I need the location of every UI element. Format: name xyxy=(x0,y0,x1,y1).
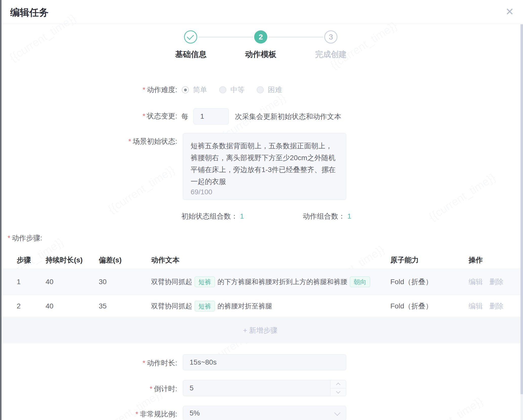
state-change-prefix: 每 xyxy=(181,112,188,121)
radio-icon xyxy=(219,86,226,93)
combo-value: 1 xyxy=(347,212,351,220)
cell-ability: Fold（折叠） xyxy=(390,277,469,287)
col-text: 动作文本 xyxy=(151,255,390,265)
countdown-input[interactable]: 5 xyxy=(183,380,346,396)
step-1-label: 基础信息 xyxy=(163,49,219,60)
difficulty-radio-group: 简单 中等 困难 xyxy=(182,85,282,95)
unusual-ratio-label: *非常规比例: xyxy=(66,409,177,419)
delete-link[interactable]: 删除 xyxy=(489,301,504,311)
col-operation: 操作 xyxy=(469,255,520,265)
initial-state-combo-count: 初始状态组合数：1 xyxy=(181,212,244,221)
step-connector xyxy=(198,37,253,37)
cell-deviation: 30 xyxy=(99,278,151,286)
required-star: * xyxy=(143,86,145,94)
step-3-number: 3 xyxy=(329,33,333,41)
number-stepper xyxy=(330,380,346,396)
header-divider xyxy=(2,24,523,24)
step-2-label: 动作模板 xyxy=(233,49,289,60)
col-duration: 持续时长(s) xyxy=(46,255,99,265)
radio-easy[interactable]: 简单 xyxy=(182,85,207,95)
step-1-circle xyxy=(184,30,197,44)
object-tag: 短裤 xyxy=(195,301,215,311)
step-connector xyxy=(268,37,323,37)
scene-state-text: 短裤五条数据背面朝上，五条数据正面朝上，裤腰朝右，离头部视野下方至少20cm之外… xyxy=(191,140,338,187)
step-3-label: 完成创建 xyxy=(303,49,359,60)
state-change-input[interactable]: 1 xyxy=(193,108,229,124)
col-ability: 原子能力 xyxy=(390,255,469,265)
delete-link[interactable]: 删除 xyxy=(489,277,504,287)
scrollbar-thumb[interactable] xyxy=(520,24,523,394)
col-deviation: 偏差(s) xyxy=(99,255,151,265)
orientation-tag: 朝向 xyxy=(350,277,370,287)
close-icon[interactable]: ✕ xyxy=(505,6,514,18)
table-row: 1 40 30 双臂协同抓起 短裤 的下方裤腿和裤腰对折到上方的裤腿和裤腰 朝向… xyxy=(0,269,520,295)
page-title: 编辑任务 xyxy=(10,6,49,19)
radio-hard[interactable]: 困难 xyxy=(257,85,282,95)
state-change-label: *状态变更: xyxy=(66,111,177,121)
char-counter: 69/100 xyxy=(191,188,212,196)
edit-task-dialog: {{current_time}}{{current_time}}{{curren… xyxy=(0,0,523,420)
table-header: 步骤 持续时长(s) 偏差(s) 动作文本 原子能力 操作 xyxy=(0,252,520,268)
duration-input[interactable]: 15s~80s xyxy=(183,354,346,370)
increase-button[interactable] xyxy=(330,380,346,388)
cell-operations: 编辑 删除 xyxy=(469,301,520,311)
action-steps-label: *动作步骤: xyxy=(8,233,42,243)
scene-state-label: *场景初始状态: xyxy=(66,137,177,146)
chevron-down-icon xyxy=(336,389,340,393)
cell-action-text: 双臂协同抓起 短裤 的下方裤腿和裤腰对折到上方的裤腿和裤腰 朝向 xyxy=(151,277,390,287)
table-row: 2 40 35 双臂协同抓起 短裤 的裤腰对折至裤腿 Fold（折叠） 编辑 删… xyxy=(0,295,520,317)
action-combo-count: 动作组合数：1 xyxy=(303,212,351,221)
combo-value: 1 xyxy=(240,212,244,220)
scene-state-textarea[interactable]: 短裤五条数据背面朝上，五条数据正面朝上，裤腰朝右，离头部视野下方至少20cm之外… xyxy=(183,133,346,200)
cell-ability: Fold（折叠） xyxy=(390,301,469,311)
background-window-edge xyxy=(0,0,2,420)
decrease-button[interactable] xyxy=(330,388,346,396)
chevron-up-icon xyxy=(336,383,340,387)
edit-link[interactable]: 编辑 xyxy=(469,277,483,287)
radio-icon xyxy=(257,86,264,93)
duration-label: *动作时长: xyxy=(66,358,177,368)
chevron-down-icon xyxy=(334,410,340,416)
state-change-suffix: 次采集会更新初始状态和动作文本 xyxy=(235,112,341,121)
cell-duration: 40 xyxy=(46,278,99,286)
cell-operations: 编辑 删除 xyxy=(469,277,520,287)
cell-step: 2 xyxy=(17,302,46,310)
cell-duration: 40 xyxy=(46,302,99,310)
step-2-number: 2 xyxy=(259,33,263,41)
check-icon xyxy=(187,33,194,40)
countdown-label: *倒计时: xyxy=(66,384,177,394)
col-step: 步骤 xyxy=(17,255,46,265)
edit-link[interactable]: 编辑 xyxy=(469,301,483,311)
object-tag: 短裤 xyxy=(195,277,215,287)
cell-action-text: 双臂协同抓起 短裤 的裤腰对折至裤腿 xyxy=(151,301,390,311)
difficulty-label: *动作难度: xyxy=(66,85,177,95)
radio-medium[interactable]: 中等 xyxy=(219,85,245,95)
unusual-ratio-select[interactable]: 5% xyxy=(183,406,346,420)
step-3-circle: 3 xyxy=(324,30,337,44)
cell-deviation: 35 xyxy=(99,302,151,310)
cell-step: 1 xyxy=(17,278,46,286)
add-step-button[interactable]: + 新增步骤 xyxy=(0,317,520,343)
step-2-circle: 2 xyxy=(254,30,267,44)
radio-selected-icon xyxy=(182,86,189,93)
scrollbar-track[interactable] xyxy=(520,24,523,420)
